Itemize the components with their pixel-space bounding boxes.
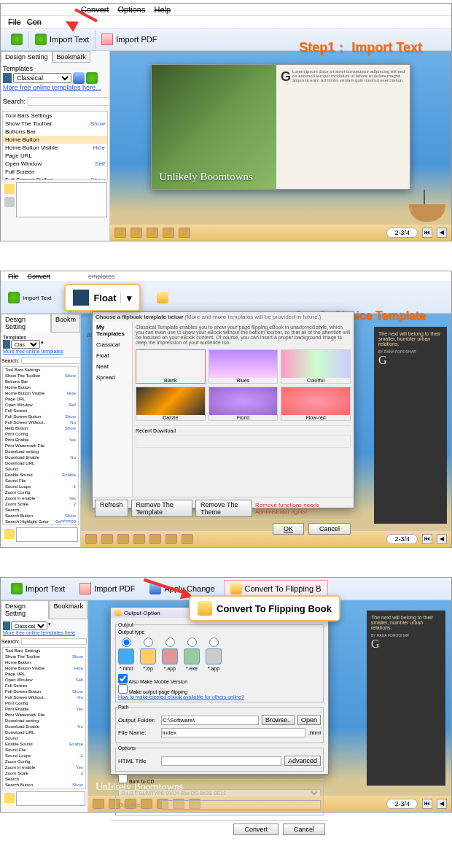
- toc-icon[interactable]: [93, 799, 104, 809]
- nav-first[interactable]: ⏮: [422, 534, 432, 544]
- tab-bookmark[interactable]: Bookmark: [49, 600, 87, 619]
- refresh-btn[interactable]: Refresh: [95, 500, 128, 517]
- db-icon[interactable]: [4, 197, 15, 207]
- share-icon[interactable]: [179, 228, 190, 238]
- template-select[interactable]: Classical: [11, 621, 47, 630]
- print-icon[interactable]: [130, 228, 142, 238]
- note-icon[interactable]: [4, 793, 15, 803]
- nav-first[interactable]: ⏮: [422, 228, 432, 238]
- note-textarea[interactable]: [16, 182, 107, 217]
- filename-input[interactable]: [161, 728, 305, 737]
- template-save-icon[interactable]: [86, 72, 98, 84]
- fmt-app[interactable]: *.app: [162, 638, 178, 671]
- tab-design-setting[interactable]: Design Setting: [1, 51, 52, 63]
- tab-bookmark[interactable]: Bookm: [51, 314, 80, 333]
- tree-row[interactable]: Full Screen ButtonShow: [3, 176, 107, 180]
- import-text-btn[interactable]: Import Text: [2, 290, 57, 306]
- more-templates-link[interactable]: More free online templates here: [3, 630, 85, 635]
- disc-title-input[interactable]: [161, 800, 321, 810]
- browse-btn[interactable]: Browse..: [262, 715, 295, 725]
- menu-file[interactable]: File: [8, 18, 21, 26]
- search-input[interactable]: [21, 357, 81, 364]
- template-select[interactable]: Classical: [13, 73, 71, 83]
- menu-help[interactable]: Help: [154, 5, 171, 14]
- how-to-link[interactable]: How to make created ebook available for …: [118, 694, 321, 700]
- output-folder-input[interactable]: [161, 716, 259, 725]
- nav-prev[interactable]: ◀: [437, 799, 447, 809]
- tree-row[interactable]: Full Screen: [3, 168, 107, 176]
- tree-row[interactable]: Home Button VisibleHide: [3, 144, 107, 152]
- tab-design[interactable]: Design Setting: [1, 600, 49, 619]
- more-templates-link[interactable]: More free online templates here...: [3, 84, 107, 91]
- mobile-check[interactable]: Also Make Mobile Version: [118, 674, 321, 684]
- html-title-input[interactable]: [161, 756, 281, 766]
- remove-template-btn[interactable]: Remove The Template: [131, 500, 193, 517]
- doc-icon: [8, 292, 20, 303]
- tree-row[interactable]: Page URL: [3, 152, 107, 160]
- search-input[interactable]: [28, 97, 110, 106]
- fmt-zip[interactable]: *.zip: [140, 638, 156, 671]
- remove-theme-btn[interactable]: Remove The Theme: [195, 500, 252, 517]
- tree-row[interactable]: Home Button: [3, 136, 107, 144]
- ok-btn[interactable]: OK: [273, 523, 304, 535]
- note-textarea[interactable]: [16, 527, 78, 542]
- tpl-type[interactable]: Float: [93, 350, 132, 361]
- edit-btn[interactable]: [151, 290, 174, 306]
- make-output-check[interactable]: Make output page flipping: [118, 684, 321, 694]
- burn-cd-check[interactable]: Burn to CD: [118, 779, 155, 784]
- settings-tree[interactable]: Tool Bars Settings Show The ToolbarShow …: [2, 647, 86, 789]
- menu-convert-2[interactable]: Con: [27, 18, 42, 26]
- menu-convert[interactable]: Convert: [28, 273, 51, 280]
- tree-row[interactable]: Buttons Bar: [3, 128, 107, 136]
- cancel-btn[interactable]: Cancel: [308, 523, 351, 535]
- burn-drive-select[interactable]: 0,1,0,T SLIMTYPE DVD+-RW DS-8A3S BE11: [118, 789, 321, 797]
- fmt-exe[interactable]: *.exe: [184, 638, 200, 671]
- advanced-btn[interactable]: Advanced: [284, 756, 321, 766]
- book-preview[interactable]: Unlikely Boomtowns Lorem ipsum dolor sit…: [151, 64, 410, 190]
- tpl-type[interactable]: Neat: [93, 361, 132, 372]
- dropdown-arrow-icon[interactable]: ▾: [120, 292, 132, 303]
- speaker-icon[interactable]: [147, 228, 158, 238]
- convert-btn[interactable]: Convert: [233, 824, 278, 835]
- fmt-app2[interactable]: *.app: [206, 638, 222, 671]
- cancel-btn[interactable]: Cancel: [283, 824, 325, 835]
- mail-icon[interactable]: [163, 228, 174, 238]
- tpl-item-flowred[interactable]: Flow-red: [281, 387, 351, 421]
- sound-icon[interactable]: [114, 228, 126, 238]
- templates-label: Templates: [3, 65, 107, 72]
- nav-prev[interactable]: ◀: [437, 228, 447, 238]
- nav-first[interactable]: ⏮: [422, 799, 432, 809]
- tab-design[interactable]: Design Setting: [1, 314, 51, 333]
- fmt-html[interactable]: *.html: [118, 638, 134, 671]
- template-folder-icon[interactable]: [73, 72, 85, 84]
- tree-row[interactable]: Open WindowSelf: [3, 160, 107, 168]
- tab-bookmark[interactable]: Bookmark: [52, 51, 91, 63]
- settings-tree[interactable]: Tool Bars Settings Show The ToolbarShow …: [2, 366, 79, 525]
- note-icon[interactable]: [4, 529, 15, 539]
- tpl-item-blues[interactable]: Blues: [209, 349, 278, 384]
- tpl-type[interactable]: Classical: [93, 339, 132, 350]
- import-pdf-btn[interactable]: Import PDF: [74, 581, 141, 597]
- open-btn[interactable]: Open: [297, 715, 321, 725]
- note-icon[interactable]: [4, 184, 15, 194]
- tree-row[interactable]: Show The ToolbarShow: [3, 120, 107, 128]
- menu-options[interactable]: Options: [118, 5, 146, 14]
- search-input[interactable]: [21, 638, 87, 645]
- import-text-icon-btn[interactable]: [5, 31, 28, 47]
- settings-tree[interactable]: Tool Bars Settings Show The ToolbarShow …: [2, 111, 108, 180]
- tree-row[interactable]: Tool Bars Settings: [3, 112, 107, 120]
- note-textarea[interactable]: [16, 791, 85, 806]
- menu-file[interactable]: File: [8, 273, 19, 280]
- convert-callout-icon: [198, 601, 212, 616]
- import-text-btn[interactable]: Import Text: [5, 581, 71, 597]
- more-templates-link[interactable]: More free online templates: [3, 349, 78, 354]
- tpl-type[interactable]: Spread: [93, 372, 132, 383]
- import-text-btn[interactable]: Import Text: [29, 31, 95, 47]
- tpl-item-florid[interactable]: Florid: [209, 387, 278, 421]
- tpl-item-blank[interactable]: Blank: [136, 349, 206, 384]
- nav-prev[interactable]: ◀: [437, 534, 447, 544]
- import-pdf-btn[interactable]: Import PDF: [96, 31, 163, 47]
- tpl-item-dazzle[interactable]: Dazzle: [136, 387, 206, 421]
- template-select[interactable]: Clas: [11, 340, 40, 349]
- tpl-item-colorful[interactable]: Colorful: [281, 349, 351, 384]
